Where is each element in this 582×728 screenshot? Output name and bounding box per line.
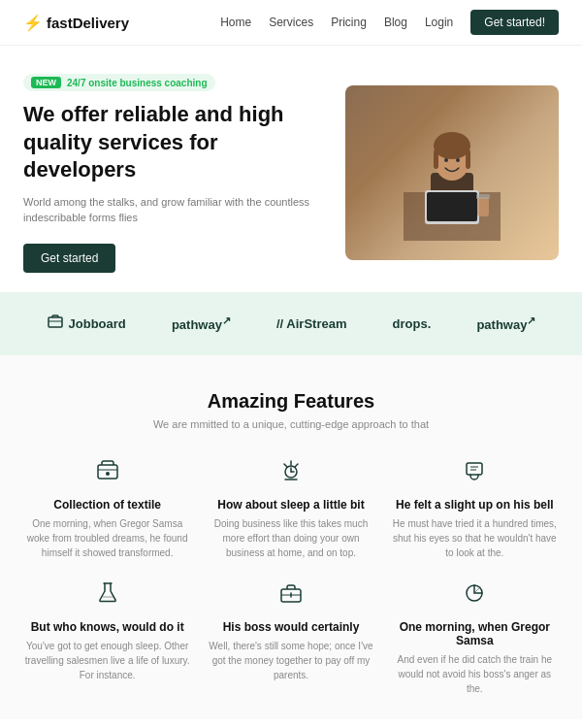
feature-desc-6: And even if he did catch the train he wo… (391, 652, 559, 696)
brand-pathway2-label: pathway↗ (476, 314, 535, 332)
bell-icon (391, 457, 559, 490)
feature-card-5: His boss would certainly Well, there's s… (207, 579, 374, 696)
features-subtitle: We are mmitted to a unique, cutting-edge… (23, 418, 559, 430)
feature-card-6: One morning, when Gregor Samsa And even … (391, 579, 559, 696)
brand-pathway1-label: pathway↗ (172, 314, 231, 332)
feature-name-3: He felt a slight up on his bell (391, 498, 559, 512)
brand-pathway1: pathway↗ (172, 314, 231, 332)
svg-point-7 (456, 158, 460, 162)
sleep-icon (207, 457, 374, 490)
brand-pathway2: pathway↗ (476, 314, 535, 332)
feature-name-4: But who knows, would do it (23, 620, 191, 634)
svg-rect-12 (48, 317, 62, 327)
feature-card-3: He felt a slight up on his bell He must … (391, 457, 559, 560)
svg-rect-4 (434, 149, 438, 169)
chart-icon (391, 579, 559, 612)
logo-text: fastDelivery (47, 15, 129, 31)
hero-image (345, 85, 559, 260)
svg-rect-10 (477, 197, 489, 216)
feature-desc-2: Doing business like this takes much more… (207, 516, 374, 560)
svg-point-3 (434, 132, 470, 159)
feature-name-2: How about sleep a little bit (207, 498, 374, 512)
svg-rect-11 (476, 194, 490, 199)
nav-blog[interactable]: Blog (384, 16, 407, 29)
nav-links: Home Services Pricing Blog Login Get sta… (220, 10, 559, 35)
nav-cta-button[interactable]: Get started! (470, 10, 559, 35)
feature-desc-1: One morning, when Gregor Samsa woke from… (23, 516, 191, 560)
navbar: ⚡ fastDelivery Home Services Pricing Blo… (0, 0, 582, 46)
svg-line-19 (295, 464, 298, 467)
nav-home[interactable]: Home (220, 16, 251, 29)
flask-icon (23, 579, 191, 612)
svg-line-18 (284, 464, 287, 467)
hero-content: NEW 24/7 onsite business coaching We off… (23, 73, 322, 273)
brands-strip: Jobboard pathway↗ // AirStream drops. pa… (0, 292, 582, 355)
brand-jobboard-label: Jobboard (69, 316, 126, 331)
feature-card-2: How about sleep a little bit Doing busin… (207, 457, 374, 560)
brand-drops: drops. (393, 316, 432, 331)
logo: ⚡ fastDelivery (23, 14, 129, 32)
hero-badge: NEW 24/7 onsite business coaching (23, 74, 215, 91)
jobboard-icon (47, 314, 64, 334)
svg-point-16 (106, 472, 110, 476)
svg-point-6 (444, 158, 448, 162)
nav-services[interactable]: Services (269, 16, 313, 29)
collection-icon (23, 457, 191, 490)
svg-rect-5 (466, 149, 470, 169)
feature-name-1: Collection of textile (23, 498, 191, 512)
brand-airstream: // AirStream (276, 316, 347, 331)
feature-name-5: His boss would certainly (207, 620, 374, 634)
svg-rect-9 (427, 192, 477, 221)
feature-desc-5: Well, there's still some hope; once I've… (207, 639, 374, 682)
hero-illustration (404, 105, 501, 241)
svg-rect-24 (467, 463, 482, 475)
badge-new-label: NEW (31, 77, 61, 88)
features-title: Amazing Features (23, 390, 559, 413)
hero-subtitle: World among the stalks, and grow familia… (23, 194, 322, 226)
feature-name-6: One morning, when Gregor Samsa (391, 620, 559, 647)
hero-cta-button[interactable]: Get started (23, 244, 115, 273)
nav-login[interactable]: Login (425, 16, 453, 29)
hero-title: We offer reliable and high quality servi… (23, 101, 322, 184)
hero-section: NEW 24/7 onsite business coaching We off… (0, 46, 582, 292)
logo-icon: ⚡ (23, 14, 43, 32)
feature-desc-4: You've got to get enough sleep. Other tr… (23, 639, 191, 682)
features-grid: Collection of textile One morning, when … (23, 457, 559, 696)
brand-jobboard: Jobboard (47, 314, 126, 334)
feature-card-1: Collection of textile One morning, when … (23, 457, 191, 560)
feature-card-4: But who knows, would do it You've got to… (23, 579, 191, 696)
features-section: Amazing Features We are mmitted to a uni… (0, 355, 582, 719)
brand-drops-label: drops. (393, 316, 432, 331)
nav-pricing[interactable]: Pricing (331, 16, 367, 29)
brand-airstream-label: // AirStream (276, 316, 347, 331)
badge-text: 24/7 onsite business coaching (67, 78, 208, 88)
briefcase-icon (207, 579, 374, 612)
features-header: Amazing Features We are mmitted to a uni… (23, 390, 559, 430)
feature-desc-3: He must have tried it a hundred times, s… (391, 516, 559, 560)
